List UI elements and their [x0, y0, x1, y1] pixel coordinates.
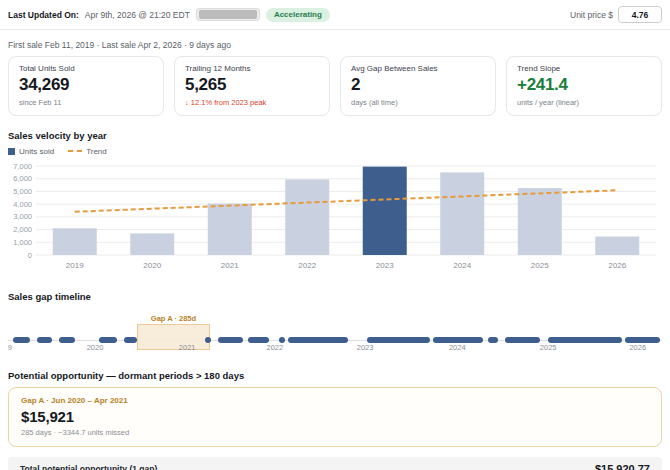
svg-text:1,000: 1,000: [13, 237, 32, 246]
svg-text:2019: 2019: [66, 261, 84, 270]
stat-sub: days (all time): [351, 98, 485, 107]
stat-value: 5,265: [185, 76, 319, 95]
stat-card-avg-gap: Avg Gap Between Sales 2 days (all time): [340, 56, 496, 116]
redacted-field: [196, 8, 260, 21]
stat-title: Total Units Sold: [19, 64, 153, 73]
stat-card-trailing-12m: Trailing 12 Months 5,265 ↓ 12.1% from 20…: [174, 56, 330, 116]
unit-price-input[interactable]: [618, 6, 662, 23]
stat-value-positive: +241.4: [517, 76, 651, 95]
timeline-year-label: 2024: [449, 343, 466, 352]
svg-text:6,000: 6,000: [13, 174, 32, 183]
timeline-year-label: 2025: [540, 343, 557, 352]
svg-text:3,000: 3,000: [13, 212, 32, 221]
timeline-year-label: 2026: [629, 343, 646, 352]
gap-highlight-region: [137, 324, 210, 350]
total-label: Total potential opportunity (1 gap): [20, 464, 157, 470]
svg-text:2020: 2020: [143, 261, 161, 270]
svg-text:2026: 2026: [608, 261, 626, 270]
stat-title: Trailing 12 Months: [185, 64, 319, 73]
timeline-section-title: Sales gap timeline: [8, 291, 662, 302]
sales-activity-segment: [124, 337, 138, 343]
stat-sub-negative: ↓ 12.1% from 2023 peak: [185, 98, 319, 107]
legend-units-sold: Units sold: [8, 147, 54, 156]
svg-text:2021: 2021: [221, 261, 239, 270]
total-opportunity-bar: Total potential opportunity (1 gap) $15,…: [8, 457, 662, 470]
status-badge: Accelerating: [266, 8, 330, 22]
chart-section-title: Sales velocity by year: [8, 130, 662, 141]
total-value: $15,920.77: [595, 463, 650, 470]
timeline-year-label: 9: [8, 343, 12, 352]
svg-text:7,000: 7,000: [13, 161, 32, 170]
sales-activity-segment: [548, 337, 622, 343]
svg-text:0: 0: [28, 250, 32, 259]
opportunity-gap-card: Gap A · Jun 2020 – Apr 2021 $15,921 285 …: [8, 387, 662, 447]
stat-title: Avg Gap Between Sales: [351, 64, 485, 73]
svg-text:2,000: 2,000: [13, 225, 32, 234]
bar-chart-canvas: 01,0002,0003,0004,0005,0006,0007,0002019…: [8, 158, 662, 274]
stat-sub: units / year (linear): [517, 98, 651, 107]
timeline-year-label: 2022: [266, 343, 283, 352]
svg-text:2025: 2025: [531, 261, 549, 270]
svg-text:4,000: 4,000: [13, 199, 32, 208]
stat-value: 34,269: [19, 76, 153, 95]
svg-text:2024: 2024: [453, 261, 471, 270]
stat-cards-row: Total Units Sold 34,269 since Feb 11 Tra…: [8, 56, 662, 116]
unit-price-label: Unit price $: [570, 10, 613, 20]
gap-value: $15,921: [21, 408, 649, 425]
sales-activity-segment: [288, 337, 348, 343]
stat-sub: since Feb 11: [19, 98, 153, 107]
sales-range-meta: First sale Feb 11, 2019 · Last sale Apr …: [8, 40, 662, 50]
legend-label: Units sold: [19, 147, 54, 156]
svg-text:2023: 2023: [376, 261, 394, 270]
sales-activity-segment: [367, 337, 430, 343]
sales-activity-segment: [488, 337, 498, 343]
timeline-year-label: 2020: [87, 343, 104, 352]
sales-activity-segment: [13, 337, 30, 343]
redacted-bar: [199, 10, 257, 19]
gap-detail: 285 days · ~3344.7 units missed: [21, 428, 649, 437]
legend-trend: Trend: [68, 147, 107, 156]
svg-text:5,000: 5,000: [13, 187, 32, 196]
timeline-year-label: 2023: [357, 343, 374, 352]
gap-region-label: Gap A · 285d: [151, 314, 196, 323]
svg-text:2022: 2022: [298, 261, 316, 270]
sales-gap-timeline: Gap A · 285d9202020212022202320242025202…: [8, 308, 662, 356]
stat-card-total-units: Total Units Sold 34,269 since Feb 11: [8, 56, 164, 116]
timeline-year-label: 2021: [179, 343, 196, 352]
chart-legend: Units sold Trend: [8, 147, 662, 156]
sales-activity-segment: [37, 337, 52, 343]
stat-title: Trend Slope: [517, 64, 651, 73]
sales-activity-segment: [218, 337, 243, 343]
stat-card-trend-slope: Trend Slope +241.4 units / year (linear): [506, 56, 662, 116]
legend-label: Trend: [86, 147, 107, 156]
sales-velocity-chart: 01,0002,0003,0004,0005,0006,0007,0002019…: [8, 158, 662, 278]
top-bar: Last Updated On: Apr 9th, 2026 @ 21:20 E…: [0, 0, 670, 30]
sale-dot: [205, 337, 211, 343]
sales-activity-segment: [59, 337, 75, 343]
last-updated-label: Last Updated On:: [8, 10, 79, 20]
opportunity-section-title: Potential opportunity — dormant periods …: [8, 370, 662, 381]
sales-activity-segment: [505, 337, 540, 343]
trend-dash-icon: [68, 150, 82, 152]
units-sold-swatch-icon: [8, 148, 15, 155]
gap-range-label: Gap A · Jun 2020 – Apr 2021: [21, 396, 649, 405]
stat-value: 2: [351, 76, 485, 95]
last-updated-value: Apr 9th, 2026 @ 21:20 EDT: [85, 10, 190, 20]
